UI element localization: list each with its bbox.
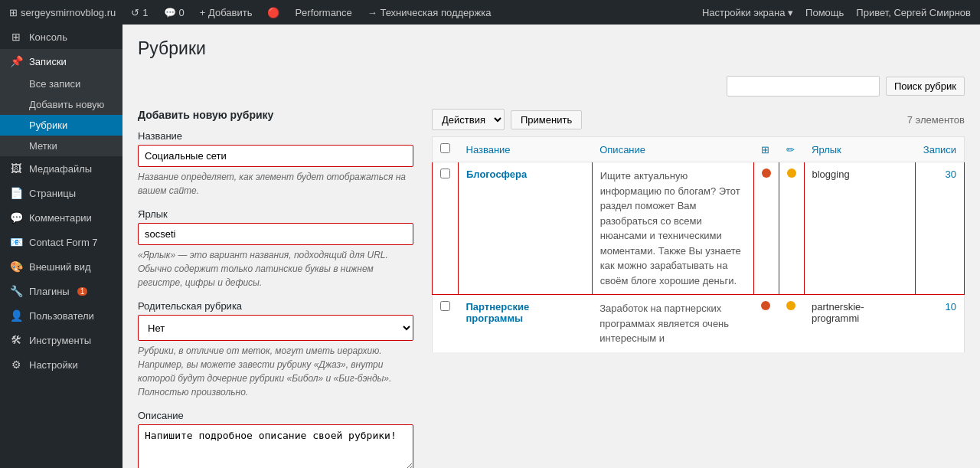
table-row: Блогосфера Ищите актуальную информацию п… bbox=[433, 162, 965, 295]
sidebar-item-plugins[interactable]: 🔧 Плагины 1 bbox=[0, 279, 122, 303]
search-rubrics-input[interactable] bbox=[727, 76, 880, 97]
update-icon: ↺ bbox=[131, 7, 139, 18]
apply-button[interactable]: Применить bbox=[511, 110, 582, 129]
row-checkbox-cell bbox=[433, 162, 459, 295]
posts-icon: 📌 bbox=[9, 55, 23, 67]
admin-bar: ⊞ sergeysmirnovblog.ru ↺ 1 💬 0 + Добавит… bbox=[0, 0, 980, 25]
posts-submenu: Все записи Добавить новую Рубрики Метки bbox=[0, 74, 122, 156]
comments-item[interactable]: 💬 0 bbox=[161, 7, 188, 18]
name-group: Название Название определяет, как элемен… bbox=[138, 130, 413, 198]
pages-icon: 📄 bbox=[9, 187, 23, 199]
dot1-icon bbox=[761, 301, 770, 310]
row-name-cell: Блогосфера bbox=[459, 162, 593, 295]
users-icon: 👤 bbox=[9, 309, 23, 322]
support-item[interactable]: → Техническая поддержка bbox=[364, 7, 495, 18]
item-count: 7 элементов bbox=[907, 114, 965, 126]
sidebar-item-all-posts[interactable]: Все записи bbox=[0, 74, 122, 94]
page-title: Рубрики bbox=[138, 38, 965, 59]
add-new-item[interactable]: + Добавить bbox=[197, 7, 256, 18]
parent-group: Родительская рубрика Нет Рубрики, в отли… bbox=[138, 300, 413, 399]
slug-group: Ярлык «Ярлык» — это вариант названия, по… bbox=[138, 208, 413, 290]
sidebar: ⊞ Консоль 📌 Записки Все записи Добавить … bbox=[0, 25, 122, 468]
slug-hint: «Ярлык» — это вариант названия, подходящ… bbox=[138, 248, 413, 290]
desc-label: Описание bbox=[138, 410, 413, 421]
row-name-cell: Партнерские программы bbox=[459, 295, 593, 353]
slug-input[interactable] bbox=[145, 228, 407, 240]
row-slug-cell: blogging bbox=[804, 162, 916, 295]
col-icon1: ⊞ bbox=[753, 137, 779, 162]
add-form: Добавить новую рубрику Название Название… bbox=[138, 109, 413, 468]
row-dot2-cell bbox=[779, 295, 804, 353]
sidebar-item-appearance[interactable]: 🎨 Внешний вид bbox=[0, 254, 122, 279]
parent-label: Родительская рубрика bbox=[138, 300, 413, 312]
col-icon2: ✏ bbox=[779, 137, 804, 162]
tools-icon: 🛠 bbox=[9, 334, 23, 346]
appearance-icon: 🎨 bbox=[9, 260, 23, 273]
row-checkbox[interactable] bbox=[440, 301, 450, 311]
sidebar-item-media[interactable]: 🖼 Медиафайлы bbox=[0, 156, 122, 181]
dot2-icon bbox=[787, 169, 796, 178]
add-form-heading: Добавить новую рубрику bbox=[138, 109, 413, 121]
site-name[interactable]: ⊞ sergeysmirnovblog.ru bbox=[6, 7, 119, 18]
row-dot2-cell bbox=[779, 162, 804, 295]
search-rubrics-button[interactable]: Поиск рубрик bbox=[886, 77, 965, 96]
desc-textarea[interactable]: Напишите подробное описание своей рубрик… bbox=[138, 424, 413, 468]
parent-hint: Рубрики, в отличие от меток, могут иметь… bbox=[138, 344, 413, 399]
row-name-link[interactable]: Блогосфера bbox=[466, 169, 527, 180]
row-slug-cell: partnerskie-programmi bbox=[804, 295, 916, 353]
actions-select[interactable]: Действия bbox=[432, 109, 505, 130]
sidebar-item-rubrics[interactable]: Рубрики bbox=[0, 115, 122, 136]
settings-icon: ⚙ bbox=[9, 358, 23, 371]
row-count-cell: 10 bbox=[916, 295, 965, 353]
sidebar-item-tools[interactable]: 🛠 Инструменты bbox=[0, 328, 122, 352]
sidebar-item-pages[interactable]: 📄 Страницы bbox=[0, 181, 122, 205]
screen-options[interactable]: Настройки экрана ▾ bbox=[699, 7, 796, 18]
content-area: Добавить новую рубрику Название Название… bbox=[122, 109, 980, 468]
row-dot1-cell bbox=[753, 162, 779, 295]
select-all-checkbox[interactable] bbox=[440, 143, 450, 153]
rubrics-table: Название Описание ⊞ ✏ bbox=[432, 136, 965, 353]
row-name-link[interactable]: Партнерские программы bbox=[466, 301, 530, 324]
table-area: Действия Применить 7 элементов bbox=[432, 109, 965, 468]
col-name[interactable]: Название bbox=[459, 137, 593, 162]
dashboard-icon: ⊞ bbox=[9, 31, 23, 43]
sidebar-item-settings[interactable]: ⚙ Настройки bbox=[0, 352, 122, 377]
yoast-icon[interactable]: 🔴 bbox=[264, 7, 283, 18]
row-desc-cell: Заработок на партнерских программах явля… bbox=[592, 295, 753, 353]
row-desc-cell: Ищите актуальную информацию по блогам? Э… bbox=[592, 162, 753, 295]
slug-label: Ярлык bbox=[138, 208, 413, 220]
greeting[interactable]: Привет, Сергей Смирнов bbox=[853, 7, 974, 18]
updates-item[interactable]: ↺ 1 bbox=[128, 7, 151, 18]
sidebar-item-metki[interactable]: Метки bbox=[0, 136, 122, 156]
col-count[interactable]: Записи bbox=[916, 137, 965, 162]
col-checkbox bbox=[433, 137, 459, 162]
table-toolbar: Действия Применить 7 элементов bbox=[432, 109, 965, 130]
sidebar-item-add-new[interactable]: Добавить новую bbox=[0, 94, 122, 115]
sidebar-item-users[interactable]: 👤 Пользователи bbox=[0, 303, 122, 328]
sidebar-item-comments[interactable]: 💬 Комментарии bbox=[0, 205, 122, 230]
parent-select[interactable]: Нет bbox=[139, 316, 413, 340]
main-content: Рубрики Поиск рубрик Добавить новую рубр… bbox=[122, 25, 980, 468]
content-header: Рубрики bbox=[122, 25, 980, 76]
name-label: Название bbox=[138, 130, 413, 142]
desc-group: Описание Напишите подробное описание сво… bbox=[138, 410, 413, 468]
table-row: Партнерские программы Заработок на партн… bbox=[433, 295, 965, 353]
search-box: Поиск рубрик bbox=[727, 76, 965, 97]
help-item[interactable]: Помощь bbox=[802, 7, 847, 18]
sidebar-item-zapiski[interactable]: 📌 Записки bbox=[0, 49, 122, 74]
plugins-icon: 🔧 bbox=[9, 285, 23, 297]
sidebar-item-contact-form[interactable]: 📧 Contact Form 7 bbox=[0, 230, 122, 254]
performance-item[interactable]: Performance bbox=[292, 7, 354, 18]
sidebar-item-konsol[interactable]: ⊞ Консоль bbox=[0, 25, 122, 49]
contact-form-icon: 📧 bbox=[9, 236, 23, 248]
col-slug[interactable]: Ярлык bbox=[804, 137, 916, 162]
name-input[interactable] bbox=[145, 150, 407, 162]
wp-logo-icon: ⊞ bbox=[9, 7, 18, 18]
col-desc[interactable]: Описание bbox=[592, 137, 753, 162]
dot1-icon bbox=[762, 169, 771, 178]
row-dot1-cell bbox=[753, 295, 779, 353]
dot2-icon bbox=[786, 301, 795, 310]
media-icon: 🖼 bbox=[9, 162, 23, 175]
row-checkbox[interactable] bbox=[440, 169, 450, 178]
row-checkbox-cell bbox=[433, 295, 459, 353]
